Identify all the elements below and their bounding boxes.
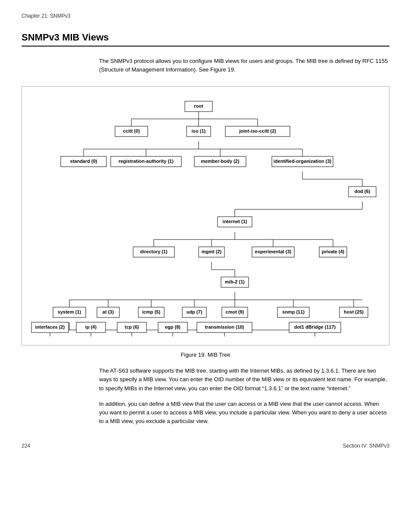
node-registration-label: registration-authority (1) bbox=[118, 159, 174, 164]
node-at-label: at (3) bbox=[103, 309, 114, 314]
node-tcp-label: tcp (6) bbox=[125, 324, 139, 330]
node-ccitt-label: ccitt (0) bbox=[123, 128, 140, 134]
node-udp-label: udp (7) bbox=[187, 309, 202, 314]
node-joint-iso-label: joint-iso-ccitt (2) bbox=[239, 128, 276, 134]
node-directory-label: directory (1) bbox=[140, 249, 168, 254]
node-dod-label: dod (6) bbox=[355, 189, 371, 194]
node-member-body-label: member-body (2) bbox=[201, 159, 240, 164]
node-transmission-label: transmission (10) bbox=[205, 324, 244, 330]
node-iso-label: iso (1) bbox=[192, 128, 206, 134]
node-cmot-label: cmot (9) bbox=[226, 309, 244, 314]
node-identified-label: identified-organization (3) bbox=[274, 159, 332, 164]
node-snmp-label: snmp (11) bbox=[282, 309, 305, 314]
node-egp-label: egp (8) bbox=[165, 324, 181, 330]
body-paragraph-2: In addition, you can define a MIB view t… bbox=[99, 400, 389, 426]
node-dot1-label: dot1 dBridge (117) bbox=[294, 324, 336, 330]
node-standard-label: standard (0) bbox=[70, 159, 97, 164]
chapter-header: Chapter 21: SNMPv3 bbox=[22, 13, 389, 19]
body-paragraph-1: The AT-S63 software supports the MIB tre… bbox=[99, 367, 389, 392]
node-ip-label: ip (4) bbox=[85, 324, 97, 330]
node-mgmt-label: mgmt (2) bbox=[202, 249, 222, 254]
node-system-label: system (1) bbox=[58, 309, 81, 314]
mib-tree-diagram: root ccitt (0) iso (1) joint-iso-ccitt (… bbox=[22, 86, 389, 345]
node-mib2-label: mib-2 (1) bbox=[225, 279, 245, 284]
node-experimental-label: experimental (3) bbox=[255, 249, 292, 254]
figure-caption: Figure 19. MIB Tree bbox=[22, 352, 389, 358]
node-interfaces-label: interfaces (2) bbox=[35, 324, 65, 330]
page-footer: 224 Section IV: SNMPv3 bbox=[22, 443, 389, 449]
page-number: 224 bbox=[22, 443, 30, 449]
node-root-label: root bbox=[194, 103, 203, 109]
node-internet-label: internet (1) bbox=[223, 219, 247, 224]
section-label: Section IV: SNMPv3 bbox=[343, 443, 389, 449]
node-private-label: private (4) bbox=[322, 249, 345, 254]
node-icmp-label: icmp (5) bbox=[142, 309, 161, 314]
node-host-label: host (25) bbox=[344, 309, 364, 314]
mib-tree-svg: root ccitt (0) iso (1) joint-iso-ccitt (… bbox=[26, 95, 397, 336]
page-title: SNMPv3 MIB Views bbox=[22, 32, 389, 47]
intro-paragraph: The SNMPv3 protocol allows you to config… bbox=[99, 57, 389, 74]
